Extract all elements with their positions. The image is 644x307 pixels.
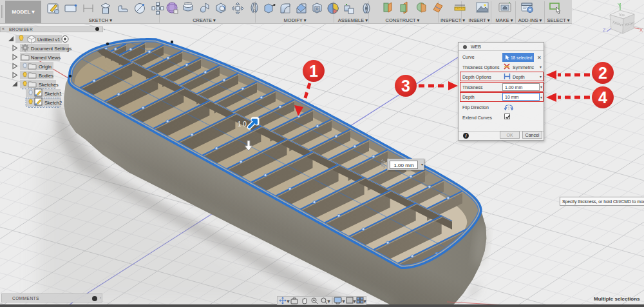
svg-text:▾: ▾ <box>287 299 289 303</box>
svg-text:▾: ▾ <box>354 299 355 303</box>
svg-text:4: 4 <box>598 88 607 106</box>
svg-text:▾: ▾ <box>364 299 366 303</box>
svg-text:▾: ▾ <box>328 299 330 303</box>
svg-text:1: 1 <box>309 62 318 80</box>
svg-text:2: 2 <box>598 64 607 82</box>
svg-text:▾: ▾ <box>343 299 345 303</box>
svg-text:3: 3 <box>401 77 410 95</box>
